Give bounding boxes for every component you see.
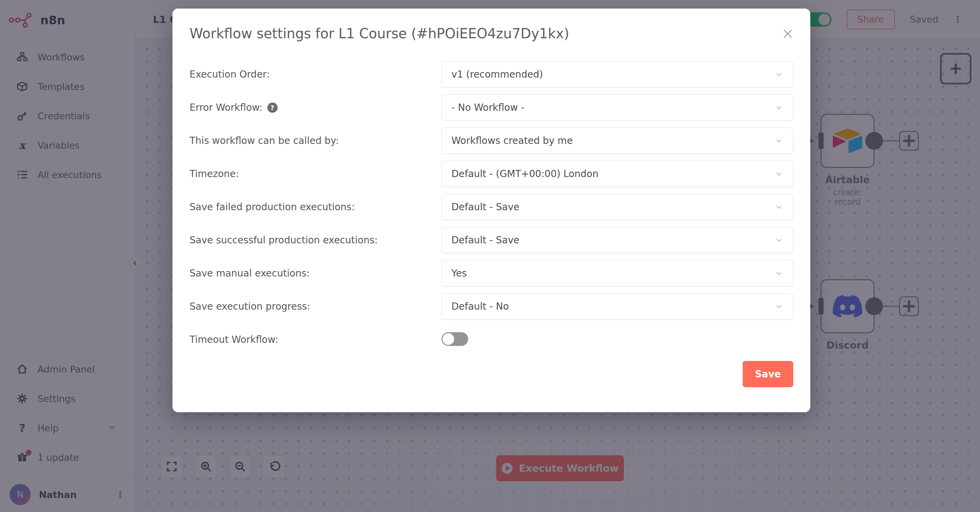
close-icon[interactable] bbox=[781, 27, 795, 41]
form-row: Timezone: Default - (GMT+00:00) London bbox=[189, 161, 793, 187]
callable-by-select[interactable]: Workflows created by me bbox=[442, 128, 793, 154]
settings-form: Execution Order: v1 (recommended) Error … bbox=[189, 61, 793, 353]
form-row: Save manual executions: Yes bbox=[189, 260, 793, 286]
chevron-down-icon bbox=[775, 302, 783, 311]
save-manual-executions-select[interactable]: Yes bbox=[442, 260, 793, 286]
select-value: v1 (recommended) bbox=[452, 69, 543, 80]
field-label: Save manual executions: bbox=[189, 268, 442, 279]
field-label: Error Workflow: ? bbox=[189, 102, 442, 113]
form-row: Save execution progress: Default - No bbox=[189, 293, 793, 320]
select-value: Default - Save bbox=[452, 201, 519, 212]
save-button[interactable]: Save bbox=[743, 361, 793, 387]
select-value: Default - (GMT+00:00) London bbox=[452, 168, 598, 179]
save-successful-executions-select[interactable]: Default - Save bbox=[442, 227, 793, 253]
select-value: Default - No bbox=[452, 301, 509, 312]
field-label: Save failed production executions: bbox=[189, 201, 442, 212]
form-row: Error Workflow: ? - No Workflow - bbox=[189, 94, 793, 121]
chevron-down-icon bbox=[775, 136, 783, 145]
modal-footer: Save bbox=[189, 361, 793, 387]
form-row: This workflow can be called by: Workflow… bbox=[189, 128, 793, 154]
chevron-down-icon bbox=[775, 103, 783, 112]
select-value: Workflows created by me bbox=[452, 135, 573, 146]
chevron-down-icon bbox=[775, 236, 783, 245]
help-circle-icon[interactable]: ? bbox=[267, 102, 278, 113]
select-value: Yes bbox=[452, 268, 467, 279]
field-label: This workflow can be called by: bbox=[189, 135, 442, 146]
form-row: Execution Order: v1 (recommended) bbox=[189, 61, 793, 88]
timeout-workflow-toggle[interactable] bbox=[442, 332, 468, 346]
form-row: Timeout Workflow: bbox=[189, 326, 793, 353]
field-label: Timezone: bbox=[189, 168, 442, 179]
field-label: Save successful production executions: bbox=[189, 234, 442, 246]
chevron-down-icon bbox=[775, 203, 783, 212]
timezone-select[interactable]: Default - (GMT+00:00) London bbox=[442, 161, 793, 187]
field-label: Timeout Workflow: bbox=[189, 334, 442, 345]
form-row: Save successful production executions: D… bbox=[189, 227, 793, 253]
save-execution-progress-select[interactable]: Default - No bbox=[442, 293, 793, 320]
chevron-down-icon bbox=[775, 169, 783, 179]
chevron-down-icon bbox=[775, 70, 783, 79]
select-value: - No Workflow - bbox=[452, 102, 525, 113]
form-row: Save failed production executions: Defau… bbox=[189, 194, 793, 220]
error-workflow-select[interactable]: - No Workflow - bbox=[442, 94, 793, 121]
toggle-knob bbox=[442, 333, 454, 345]
modal-title: Workflow settings for L1 Course (#hPOiEE… bbox=[189, 25, 793, 42]
select-value: Default - Save bbox=[452, 234, 519, 246]
execution-order-select[interactable]: v1 (recommended) bbox=[442, 61, 793, 88]
workflow-settings-modal: Workflow settings for L1 Course (#hPOiEE… bbox=[172, 8, 810, 412]
field-label: Execution Order: bbox=[189, 69, 442, 80]
save-failed-executions-select[interactable]: Default - Save bbox=[442, 194, 793, 220]
field-label: Save execution progress: bbox=[189, 301, 442, 312]
chevron-down-icon bbox=[775, 269, 783, 278]
